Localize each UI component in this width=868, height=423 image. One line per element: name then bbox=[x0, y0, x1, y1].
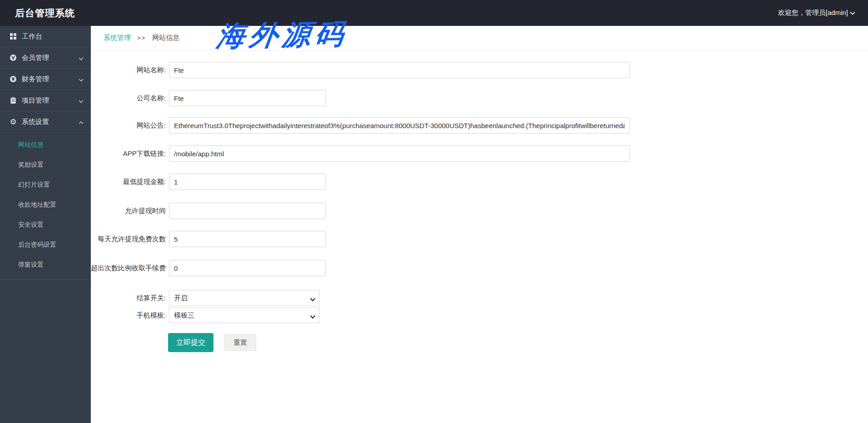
app-title: 后台管理系统 bbox=[15, 7, 75, 20]
breadcrumb-separator: >> bbox=[137, 35, 146, 41]
mobile-template-label: 手机模板: bbox=[91, 311, 169, 320]
form-row: 网站公告: bbox=[91, 117, 868, 134]
form-actions: 立即提交 重置 bbox=[91, 333, 868, 352]
withdrawal-time-input[interactable] bbox=[169, 203, 326, 219]
sidebar-item-workbench[interactable]: 工作台 bbox=[0, 26, 91, 47]
sidebar-subitem-popup-settings[interactable]: 弹窗设置 bbox=[0, 254, 91, 274]
sidebar-subitem-slideshow-settings[interactable]: 幻灯片设置 bbox=[0, 174, 91, 194]
sidebar-subitem-site-info[interactable]: 网站信息 bbox=[0, 134, 91, 154]
site-name-label: 网站名称: bbox=[91, 65, 169, 75]
welcome-text: 欢迎您，管理员[admin] bbox=[778, 9, 848, 17]
reset-button[interactable]: 重置 bbox=[224, 334, 256, 351]
excess-fee-input[interactable] bbox=[169, 260, 326, 276]
sidebar-item-label: 财务管理 bbox=[22, 75, 79, 84]
breadcrumb: 系统管理 >> 网站信息 bbox=[91, 26, 868, 50]
sidebar-item-system-settings[interactable]: ⚙ 系统设置 bbox=[0, 111, 91, 133]
site-announcement-input[interactable] bbox=[169, 117, 630, 134]
app-download-link-label: APP下载链接: bbox=[91, 149, 169, 158]
sidebar-item-label: 会员管理 bbox=[22, 54, 79, 62]
sidebar-item-finance[interactable]: ¥ 财务管理 bbox=[0, 69, 91, 90]
min-withdrawal-label: 最低提现金额: bbox=[91, 177, 169, 186]
withdrawal-time-label: 允许提现时间 bbox=[91, 206, 169, 215]
form-row: 每天允许提现免费次数 bbox=[91, 231, 868, 247]
submit-button[interactable]: 立即提交 bbox=[168, 333, 213, 352]
form-row: 网站名称: bbox=[91, 62, 868, 78]
sidebar-item-label: 工作台 bbox=[22, 32, 84, 41]
breadcrumb-parent-link[interactable]: 系统管理 bbox=[104, 34, 131, 42]
sidebar-subitem-admin-password[interactable]: 后台密码设置 bbox=[0, 234, 91, 254]
sidebar-subitem-security-settings[interactable]: 安全设置 bbox=[0, 214, 91, 234]
chevron-down-icon bbox=[79, 54, 84, 62]
user-dropdown-caret-icon bbox=[850, 11, 855, 15]
site-announcement-label: 网站公告: bbox=[91, 121, 169, 130]
form-row: 允许提现时间 bbox=[91, 203, 868, 219]
user-menu[interactable]: 欢迎您，管理员[admin] bbox=[778, 9, 855, 17]
chevron-down-icon bbox=[79, 75, 84, 83]
system-settings-submenu: 网站信息 奖励设置 幻灯片设置 收款地址配置 安全设置 后台密码设置 弹窗设置 bbox=[0, 133, 91, 279]
company-name-label: 公司名称: bbox=[91, 94, 169, 103]
min-withdrawal-input[interactable] bbox=[169, 174, 326, 190]
company-name-input[interactable] bbox=[169, 90, 326, 106]
sidebar-subitem-payment-address[interactable]: 收款地址配置 bbox=[0, 194, 91, 214]
sidebar-item-members[interactable]: 会员管理 bbox=[0, 47, 91, 69]
form-row: 超出次数比例收取手续费 bbox=[91, 260, 868, 276]
form-row: APP下载链接: bbox=[91, 145, 868, 162]
member-icon bbox=[9, 54, 17, 62]
form-row: 结算开关: 开启 bbox=[91, 290, 868, 306]
form-row: 最低提现金额: bbox=[91, 174, 868, 190]
sidebar-item-projects[interactable]: 项目管理 bbox=[0, 90, 91, 111]
free-withdrawals-per-day-label: 每天允许提现免费次数 bbox=[91, 234, 169, 244]
top-header: 后台管理系统 欢迎您，管理员[admin] bbox=[0, 0, 868, 26]
excess-fee-label: 超出次数比例收取手续费 bbox=[91, 264, 169, 273]
dashboard-icon bbox=[9, 32, 17, 40]
free-withdrawals-per-day-input[interactable] bbox=[169, 231, 326, 247]
sidebar-subitem-reward-settings[interactable]: 奖励设置 bbox=[0, 154, 91, 174]
svg-text:¥: ¥ bbox=[12, 77, 15, 82]
form-row: 手机模板: 模板三 bbox=[91, 307, 868, 323]
site-name-input[interactable] bbox=[169, 62, 630, 78]
main-content: 海外源码 系统管理 >> 网站信息 网站名称: 公司名称: 网站公告: APP下… bbox=[91, 26, 868, 423]
sidebar-item-label: 项目管理 bbox=[22, 96, 79, 105]
sidebar-item-label: 系统设置 bbox=[22, 118, 79, 126]
chevron-up-icon bbox=[79, 118, 84, 126]
mobile-template-select[interactable]: 模板三 bbox=[169, 307, 320, 323]
settlement-switch-label: 结算开关: bbox=[91, 294, 169, 303]
finance-icon: ¥ bbox=[9, 75, 17, 83]
form-row: 公司名称: bbox=[91, 90, 868, 106]
settlement-switch-select[interactable]: 开启 bbox=[169, 290, 320, 306]
breadcrumb-current: 网站信息 bbox=[152, 34, 179, 42]
chevron-down-icon bbox=[79, 97, 84, 105]
settings-icon: ⚙ bbox=[9, 118, 17, 126]
sidebar: 工作台 会员管理 ¥ 财务管理 bbox=[0, 26, 91, 423]
site-info-form: 网站名称: 公司名称: 网站公告: APP下载链接: 最低提现金额: 允许提现时… bbox=[91, 50, 868, 352]
project-icon bbox=[9, 96, 17, 105]
app-download-link-input[interactable] bbox=[169, 145, 630, 162]
